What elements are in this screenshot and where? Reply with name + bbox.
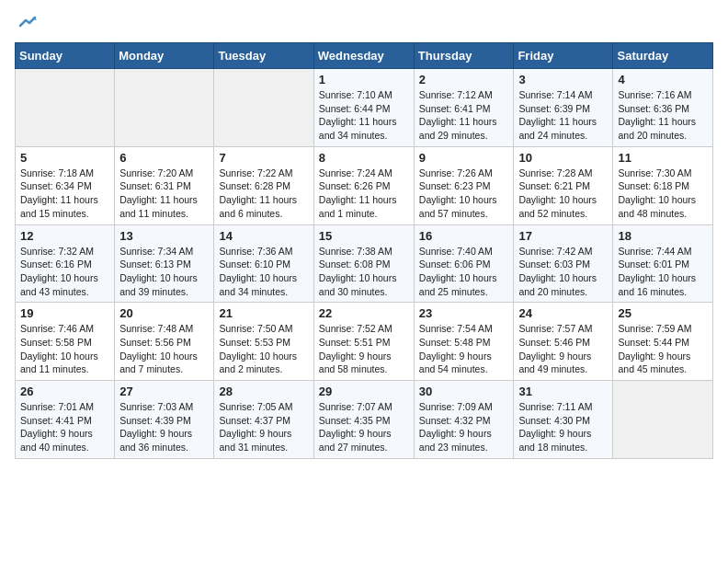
day-number: 29 xyxy=(319,385,409,398)
calendar-cell: 29Sunrise: 7:07 AM Sunset: 4:35 PM Dayli… xyxy=(313,381,414,459)
day-number: 15 xyxy=(319,229,409,243)
weekday-header-tuesday: Tuesday xyxy=(214,43,313,69)
weekday-header-saturday: Saturday xyxy=(613,43,713,69)
day-number: 25 xyxy=(618,306,708,320)
day-number: 4 xyxy=(618,73,708,86)
calendar-cell: 25Sunrise: 7:59 AM Sunset: 5:44 PM Dayli… xyxy=(613,303,713,381)
calendar-cell: 24Sunrise: 7:57 AM Sunset: 5:46 PM Dayli… xyxy=(514,303,613,381)
day-number: 11 xyxy=(618,151,708,165)
day-info: Sunrise: 7:59 AM Sunset: 5:44 PM Dayligh… xyxy=(618,322,708,376)
day-info: Sunrise: 7:22 AM Sunset: 6:28 PM Dayligh… xyxy=(219,167,308,221)
logo-bird-icon xyxy=(17,13,37,33)
day-info: Sunrise: 7:44 AM Sunset: 6:01 PM Dayligh… xyxy=(618,245,708,299)
calendar-table: SundayMondayTuesdayWednesdayThursdayFrid… xyxy=(15,42,713,459)
calendar-cell: 18Sunrise: 7:44 AM Sunset: 6:01 PM Dayli… xyxy=(613,224,713,303)
calendar-cell: 26Sunrise: 7:01 AM Sunset: 4:41 PM Dayli… xyxy=(16,381,115,459)
day-info: Sunrise: 7:18 AM Sunset: 6:34 PM Dayligh… xyxy=(20,167,109,221)
calendar-cell: 21Sunrise: 7:50 AM Sunset: 5:53 PM Dayli… xyxy=(214,303,313,381)
calendar-cell: 23Sunrise: 7:54 AM Sunset: 5:48 PM Dayli… xyxy=(414,303,514,381)
weekday-header-wednesday: Wednesday xyxy=(313,43,414,69)
calendar-cell: 28Sunrise: 7:05 AM Sunset: 4:37 PM Dayli… xyxy=(214,381,313,459)
day-number: 1 xyxy=(319,73,409,86)
calendar-cell xyxy=(613,381,713,459)
calendar-cell: 22Sunrise: 7:52 AM Sunset: 5:51 PM Dayli… xyxy=(313,303,414,381)
day-info: Sunrise: 7:46 AM Sunset: 5:58 PM Dayligh… xyxy=(20,322,109,376)
calendar-cell: 8Sunrise: 7:24 AM Sunset: 6:26 PM Daylig… xyxy=(313,146,414,224)
day-number: 21 xyxy=(219,306,308,320)
day-number: 24 xyxy=(518,306,608,320)
day-number: 20 xyxy=(119,306,209,320)
calendar-cell: 30Sunrise: 7:09 AM Sunset: 4:32 PM Dayli… xyxy=(414,381,514,459)
day-number: 5 xyxy=(20,151,109,165)
day-info: Sunrise: 7:28 AM Sunset: 6:21 PM Dayligh… xyxy=(518,167,608,221)
day-number: 28 xyxy=(219,385,308,398)
calendar-cell xyxy=(16,69,115,147)
weekday-header-sunday: Sunday xyxy=(16,43,115,69)
day-info: Sunrise: 7:09 AM Sunset: 4:32 PM Dayligh… xyxy=(419,400,509,454)
day-number: 31 xyxy=(518,385,608,398)
calendar-cell: 1Sunrise: 7:10 AM Sunset: 6:44 PM Daylig… xyxy=(313,69,414,147)
calendar-cell xyxy=(115,69,214,147)
calendar-week-4: 19Sunrise: 7:46 AM Sunset: 5:58 PM Dayli… xyxy=(16,303,713,381)
calendar-cell: 9Sunrise: 7:26 AM Sunset: 6:23 PM Daylig… xyxy=(414,146,514,224)
calendar-week-1: 1Sunrise: 7:10 AM Sunset: 6:44 PM Daylig… xyxy=(16,69,713,147)
day-info: Sunrise: 7:03 AM Sunset: 4:39 PM Dayligh… xyxy=(119,400,209,454)
day-number: 9 xyxy=(419,151,509,165)
logo xyxy=(15,15,37,33)
day-info: Sunrise: 7:38 AM Sunset: 6:08 PM Dayligh… xyxy=(319,245,409,299)
calendar-week-3: 12Sunrise: 7:32 AM Sunset: 6:16 PM Dayli… xyxy=(16,224,713,303)
calendar-cell: 6Sunrise: 7:20 AM Sunset: 6:31 PM Daylig… xyxy=(115,146,214,224)
day-info: Sunrise: 7:42 AM Sunset: 6:03 PM Dayligh… xyxy=(518,245,608,299)
day-info: Sunrise: 7:32 AM Sunset: 6:16 PM Dayligh… xyxy=(20,245,109,299)
calendar-cell: 31Sunrise: 7:11 AM Sunset: 4:30 PM Dayli… xyxy=(514,381,613,459)
calendar-cell: 4Sunrise: 7:16 AM Sunset: 6:36 PM Daylig… xyxy=(613,69,713,147)
day-number: 8 xyxy=(319,151,409,165)
day-number: 19 xyxy=(20,306,109,320)
day-number: 30 xyxy=(419,385,509,398)
calendar-cell: 12Sunrise: 7:32 AM Sunset: 6:16 PM Dayli… xyxy=(16,224,115,303)
day-info: Sunrise: 7:16 AM Sunset: 6:36 PM Dayligh… xyxy=(618,88,708,143)
day-number: 2 xyxy=(419,73,509,86)
calendar-cell: 13Sunrise: 7:34 AM Sunset: 6:13 PM Dayli… xyxy=(115,224,214,303)
weekday-header-monday: Monday xyxy=(115,43,214,69)
day-number: 7 xyxy=(219,151,308,165)
calendar-cell: 17Sunrise: 7:42 AM Sunset: 6:03 PM Dayli… xyxy=(514,224,613,303)
calendar-cell: 15Sunrise: 7:38 AM Sunset: 6:08 PM Dayli… xyxy=(313,224,414,303)
day-info: Sunrise: 7:48 AM Sunset: 5:56 PM Dayligh… xyxy=(119,322,209,376)
calendar-cell: 20Sunrise: 7:48 AM Sunset: 5:56 PM Dayli… xyxy=(115,303,214,381)
calendar-cell: 5Sunrise: 7:18 AM Sunset: 6:34 PM Daylig… xyxy=(16,146,115,224)
day-info: Sunrise: 7:52 AM Sunset: 5:51 PM Dayligh… xyxy=(319,322,409,376)
day-number: 17 xyxy=(518,229,608,243)
day-number: 13 xyxy=(119,229,209,243)
calendar-cell: 7Sunrise: 7:22 AM Sunset: 6:28 PM Daylig… xyxy=(214,146,313,224)
calendar-cell xyxy=(214,69,313,147)
day-number: 16 xyxy=(419,229,509,243)
day-info: Sunrise: 7:20 AM Sunset: 6:31 PM Dayligh… xyxy=(119,167,209,221)
day-info: Sunrise: 7:01 AM Sunset: 4:41 PM Dayligh… xyxy=(20,400,109,454)
day-info: Sunrise: 7:11 AM Sunset: 4:30 PM Dayligh… xyxy=(518,400,608,454)
weekday-header-friday: Friday xyxy=(514,43,613,69)
day-number: 23 xyxy=(419,306,509,320)
calendar-cell: 19Sunrise: 7:46 AM Sunset: 5:58 PM Dayli… xyxy=(16,303,115,381)
day-info: Sunrise: 7:24 AM Sunset: 6:26 PM Dayligh… xyxy=(319,167,409,221)
day-info: Sunrise: 7:14 AM Sunset: 6:39 PM Dayligh… xyxy=(518,88,608,143)
day-number: 10 xyxy=(518,151,608,165)
day-info: Sunrise: 7:57 AM Sunset: 5:46 PM Dayligh… xyxy=(518,322,608,376)
day-number: 22 xyxy=(319,306,409,320)
day-number: 27 xyxy=(119,385,209,398)
calendar-cell: 16Sunrise: 7:40 AM Sunset: 6:06 PM Dayli… xyxy=(414,224,514,303)
calendar-week-5: 26Sunrise: 7:01 AM Sunset: 4:41 PM Dayli… xyxy=(16,381,713,459)
calendar-cell: 10Sunrise: 7:28 AM Sunset: 6:21 PM Dayli… xyxy=(514,146,613,224)
day-number: 12 xyxy=(20,229,109,243)
day-info: Sunrise: 7:05 AM Sunset: 4:37 PM Dayligh… xyxy=(219,400,308,454)
calendar-cell: 3Sunrise: 7:14 AM Sunset: 6:39 PM Daylig… xyxy=(514,69,613,147)
day-info: Sunrise: 7:30 AM Sunset: 6:18 PM Dayligh… xyxy=(618,167,708,221)
day-info: Sunrise: 7:40 AM Sunset: 6:06 PM Dayligh… xyxy=(419,245,509,299)
day-info: Sunrise: 7:50 AM Sunset: 5:53 PM Dayligh… xyxy=(219,322,308,376)
calendar-cell: 14Sunrise: 7:36 AM Sunset: 6:10 PM Dayli… xyxy=(214,224,313,303)
day-info: Sunrise: 7:26 AM Sunset: 6:23 PM Dayligh… xyxy=(419,167,509,221)
weekday-header-row: SundayMondayTuesdayWednesdayThursdayFrid… xyxy=(16,43,713,69)
day-info: Sunrise: 7:07 AM Sunset: 4:35 PM Dayligh… xyxy=(319,400,409,454)
calendar-week-2: 5Sunrise: 7:18 AM Sunset: 6:34 PM Daylig… xyxy=(16,146,713,224)
day-number: 14 xyxy=(219,229,308,243)
